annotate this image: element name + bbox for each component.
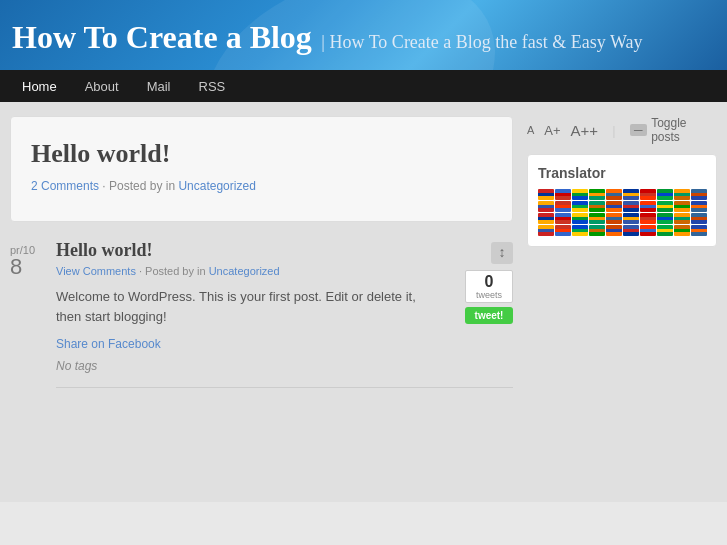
view-comments-link[interactable]: View Comments xyxy=(56,265,136,277)
share-facebook-link[interactable]: Share on Facebook xyxy=(56,337,161,351)
flag-item[interactable] xyxy=(640,201,656,212)
post-body: Welcome to WordPress. This is your first… xyxy=(56,287,416,326)
flag-item[interactable] xyxy=(691,225,707,236)
font-size-aplusplus[interactable]: A++ xyxy=(571,122,599,139)
post-title: Hello world! xyxy=(56,240,513,261)
flag-item[interactable] xyxy=(640,225,656,236)
flag-item[interactable] xyxy=(657,201,673,212)
nav-item-rss[interactable]: RSS xyxy=(185,70,240,102)
featured-category-link[interactable]: Uncategorized xyxy=(178,179,255,193)
flag-item[interactable] xyxy=(640,189,656,200)
flag-item[interactable] xyxy=(538,225,554,236)
tweet-button[interactable]: tweet! xyxy=(465,307,513,324)
flag-item[interactable] xyxy=(589,189,605,200)
font-size-aplus[interactable]: A+ xyxy=(544,123,560,138)
flag-item[interactable] xyxy=(606,189,622,200)
nav-item-mail[interactable]: Mail xyxy=(133,70,185,102)
expand-icon[interactable]: ↕ xyxy=(491,242,513,264)
flag-item[interactable] xyxy=(674,213,690,224)
nav-item-home[interactable]: Home xyxy=(8,70,71,102)
flag-item[interactable] xyxy=(538,189,554,200)
post-category-link[interactable]: Uncategorized xyxy=(209,265,280,277)
flag-item[interactable] xyxy=(657,213,673,224)
featured-post-meta: 2 Comments · Posted by in Uncategorized xyxy=(31,179,492,193)
flag-item[interactable] xyxy=(572,213,588,224)
featured-post: Hello world! 2 Comments · Posted by in U… xyxy=(10,116,513,222)
translator-box: Translator xyxy=(527,154,717,247)
flag-item[interactable] xyxy=(623,201,639,212)
nav-item-about[interactable]: About xyxy=(71,70,133,102)
site-tagline: | How To Create a Blog the fast & Easy W… xyxy=(321,32,642,52)
tweet-count-label: tweets xyxy=(470,291,508,300)
flag-item[interactable] xyxy=(657,189,673,200)
toggle-posts-button[interactable]: ─ Toggle posts xyxy=(630,116,717,144)
flag-item[interactable] xyxy=(623,189,639,200)
flag-item[interactable] xyxy=(589,201,605,212)
flag-item[interactable] xyxy=(589,213,605,224)
site-title: How To Create a Blog xyxy=(12,19,312,55)
post-divider xyxy=(56,387,513,388)
featured-post-title: Hello world! xyxy=(31,139,492,169)
flag-item[interactable] xyxy=(691,189,707,200)
post-date-col: pr/10 8 xyxy=(10,240,46,388)
flag-item[interactable] xyxy=(555,201,571,212)
font-controls: A A+ A++ | ─ Toggle posts xyxy=(527,116,717,144)
flag-item[interactable] xyxy=(674,225,690,236)
site-header: How To Create a Blog | How To Create a B… xyxy=(0,0,727,70)
flag-item[interactable] xyxy=(606,201,622,212)
post-meta: View Comments · Posted by in Uncategoriz… xyxy=(56,265,513,277)
flag-item[interactable] xyxy=(538,201,554,212)
no-tags: No tags xyxy=(56,359,513,373)
flag-item[interactable] xyxy=(674,189,690,200)
site-nav: Home About Mail RSS xyxy=(0,70,727,102)
post-date-day: 8 xyxy=(10,256,46,278)
main-wrap: Hello world! 2 Comments · Posted by in U… xyxy=(0,102,727,502)
flag-item[interactable] xyxy=(572,201,588,212)
flag-item[interactable] xyxy=(572,189,588,200)
toggle-icon: ─ xyxy=(630,124,648,136)
flag-item[interactable] xyxy=(555,213,571,224)
flag-item[interactable] xyxy=(572,225,588,236)
font-size-a[interactable]: A xyxy=(527,124,534,136)
flag-item[interactable] xyxy=(623,213,639,224)
flag-item[interactable] xyxy=(606,213,622,224)
post-main: ↕ Hello world! View Comments · Posted by… xyxy=(46,240,513,388)
tweet-box: 0 tweets tweet! xyxy=(465,270,513,324)
flag-item[interactable] xyxy=(555,225,571,236)
flag-item[interactable] xyxy=(691,213,707,224)
flag-item[interactable] xyxy=(606,225,622,236)
flag-grid xyxy=(538,189,706,236)
flag-item[interactable] xyxy=(691,201,707,212)
flag-item[interactable] xyxy=(555,189,571,200)
flag-item[interactable] xyxy=(657,225,673,236)
flag-item[interactable] xyxy=(589,225,605,236)
flag-item[interactable] xyxy=(623,225,639,236)
flag-item[interactable] xyxy=(674,201,690,212)
flag-item[interactable] xyxy=(538,213,554,224)
featured-comments-link[interactable]: 2 Comments xyxy=(31,179,99,193)
sidebar: A A+ A++ | ─ Toggle posts Translator xyxy=(527,116,717,488)
content-area: Hello world! 2 Comments · Posted by in U… xyxy=(10,116,513,488)
translator-title: Translator xyxy=(538,165,706,181)
tweet-count-number: 0 xyxy=(470,273,508,291)
post-entry: pr/10 8 ↕ Hello world! View Comments · P… xyxy=(10,240,513,388)
tweet-count: 0 tweets xyxy=(465,270,513,303)
flag-item[interactable] xyxy=(640,213,656,224)
